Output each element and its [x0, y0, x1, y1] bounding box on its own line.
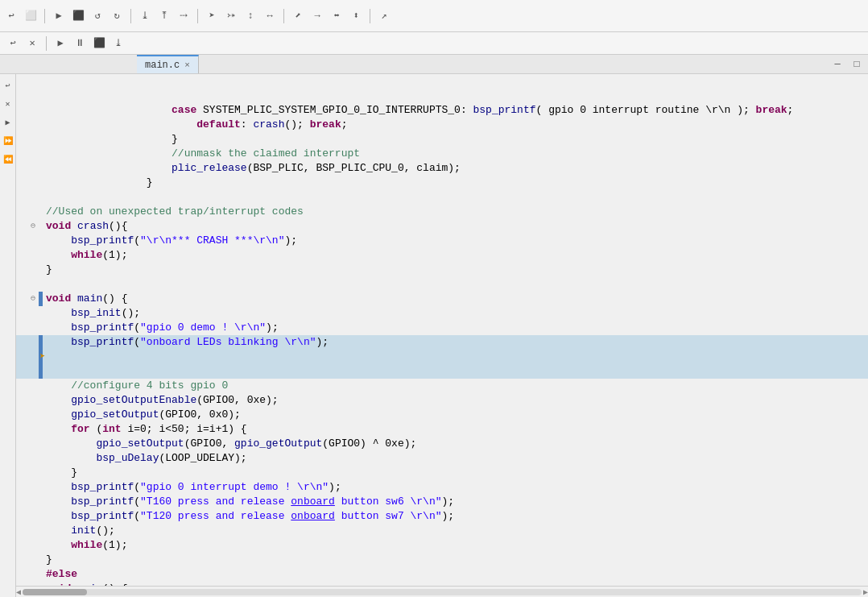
left-icon-4[interactable]: ⏩: [0, 133, 16, 149]
line-number: [16, 263, 27, 277]
horizontal-scrollbar[interactable]: ◀ ▶: [16, 586, 868, 597]
toolbar-icon-6[interactable]: ↻: [109, 8, 125, 24]
line-text: //configure 4 bits gpio 0: [43, 379, 868, 393]
toolbar-icon-13[interactable]: ↔: [262, 8, 278, 24]
fold-marker: [27, 451, 39, 466]
fold-marker: [27, 205, 39, 219]
left-sidebar-icons: ↩ ✕ ▶ ⏩ ⏪: [0, 74, 16, 597]
toolbar-sep-2: [130, 9, 131, 23]
toolbar-icon-12[interactable]: ↕: [242, 8, 258, 24]
second-toolbar-icon-1[interactable]: ↩: [5, 35, 21, 52]
line-number: [16, 553, 27, 567]
line-text: void main() {: [43, 582, 868, 586]
line-number: [16, 509, 27, 524]
toolbar-icon-7[interactable]: ⤓: [137, 8, 153, 24]
line-text: bsp_init();: [43, 306, 868, 321]
toolbar-icon-15[interactable]: →: [309, 8, 325, 24]
tab-close-button[interactable]: ×: [184, 60, 190, 70]
line-number: [16, 176, 27, 190]
left-icon-5[interactable]: ⏪: [0, 151, 16, 168]
toolbar-icon-4[interactable]: ⬛: [70, 8, 86, 24]
fold-marker: [27, 495, 39, 509]
main-toolbar: ↩ ⬜ ▶ ⬛ ↺ ↻ ⤓ ⤒ ⤏ ➤ ⤐ ↕ ↔ ⬈ → ⬌ ⬍ ↗: [0, 0, 868, 32]
minimize-icon[interactable]: —: [829, 56, 845, 73]
line-text: //unmask the claimed interrupt: [43, 147, 868, 161]
line-text: bsp_printf("T120 press and release onboa…: [43, 509, 868, 524]
line-number: [16, 422, 27, 437]
scrollbar-thumb[interactable]: [23, 589, 87, 595]
fold-marker: [27, 553, 39, 567]
toolbar-icon-9[interactable]: ⤏: [176, 8, 192, 24]
toolbar-icon-18[interactable]: ↗: [376, 8, 392, 24]
toolbar-icon-1[interactable]: ↩: [3, 8, 19, 24]
toolbar-icon-3[interactable]: ▶: [51, 8, 67, 24]
fold-marker: [27, 263, 39, 277]
line-text: init();: [43, 524, 868, 538]
line-text: bsp_uDelay(LOOP_UDELAY);: [43, 451, 868, 466]
table-row: [16, 190, 868, 205]
toolbar-icon-10[interactable]: ➤: [204, 8, 220, 24]
table-row: [16, 277, 868, 292]
toolbar-icon-14[interactable]: ⬈: [290, 8, 306, 24]
table-row: bsp_printf("T160 press and release onboa…: [16, 495, 868, 509]
toolbar-icon-2[interactable]: ⬜: [23, 8, 39, 24]
left-icon-2[interactable]: ✕: [0, 96, 16, 112]
line-number: [16, 248, 27, 263]
table-row: bsp_init();: [16, 306, 868, 321]
line-number: [16, 190, 27, 205]
line-text: }: [43, 466, 868, 480]
second-toolbar-sep-1: [46, 36, 47, 51]
line-text: gpio_setOutput(GPIO0, 0x0);: [43, 408, 868, 422]
line-text: case SYSTEM_PLIC_SYSTEM_GPIO_0_IO_INTERR…: [43, 103, 868, 118]
toolbar-sep-5: [370, 9, 370, 23]
scroll-left-arrow[interactable]: ◀: [16, 587, 21, 597]
fold-marker: [27, 393, 39, 408]
table-row: //unmask the claimed interrupt: [16, 147, 868, 161]
fold-marker: [27, 176, 39, 190]
fold-marker: [27, 437, 39, 451]
fold-marker: [27, 335, 39, 379]
second-toolbar-icon-2[interactable]: ✕: [24, 35, 40, 52]
line-text: void crash(){: [43, 219, 868, 234]
line-text: }: [43, 132, 868, 147]
toolbar-icon-5[interactable]: ↺: [89, 8, 105, 24]
table-row: gpio_setOutputEnable(GPIO0, 0xe);: [16, 393, 868, 408]
code-content[interactable]: case SYSTEM_PLIC_SYSTEM_GPIO_0_IO_INTERR…: [16, 74, 868, 586]
scrollbar-track[interactable]: [23, 589, 862, 595]
debug-stop-icon[interactable]: ⏸: [72, 35, 88, 52]
table-row: ⊖ void main() {: [16, 582, 868, 586]
toolbar-icon-16[interactable]: ⬌: [329, 8, 345, 24]
toolbar-icon-11[interactable]: ⤐: [223, 8, 239, 24]
table-row: //configure 4 bits gpio 0: [16, 379, 868, 393]
debug-run-icon[interactable]: ▶: [52, 35, 68, 52]
tab-filename: main.c: [145, 60, 180, 71]
debug-disconnect-icon[interactable]: ⤓: [110, 35, 126, 52]
line-text: }: [43, 263, 868, 277]
table-row: gpio_setOutput(GPIO0, 0x0);: [16, 408, 868, 422]
fold-marker: [27, 132, 39, 147]
left-icon-3[interactable]: ▶: [0, 114, 16, 131]
table-row: for (int i=0; i<50; i=i+1) {: [16, 422, 868, 437]
debug-terminate-icon[interactable]: ⬛: [91, 35, 107, 52]
left-icon-1[interactable]: ↩: [0, 77, 16, 93]
line-text: [43, 277, 868, 292]
line-text: bsp_printf("T160 press and release onboa…: [43, 495, 868, 509]
table-row: }: [16, 176, 868, 190]
scroll-right-arrow[interactable]: ▶: [863, 587, 868, 597]
line-number: [16, 408, 27, 422]
maximize-icon[interactable]: □: [849, 56, 865, 73]
line-text: void main() {: [43, 292, 868, 306]
table-row: bsp_uDelay(LOOP_UDELAY);: [16, 451, 868, 466]
table-row: //Used on unexpected trap/interrupt code…: [16, 205, 868, 219]
line-number: [16, 219, 27, 234]
line-number: [16, 437, 27, 451]
line-number: [16, 277, 27, 292]
table-row: }: [16, 263, 868, 277]
table-row: default: crash(); break;: [16, 118, 868, 132]
tab-main-c[interactable]: main.c ×: [137, 55, 199, 73]
line-number: [16, 306, 27, 321]
line-text: bsp_printf("gpio 0 interrupt demo ! \r\n…: [43, 480, 868, 495]
toolbar-icon-17[interactable]: ⬍: [348, 8, 364, 24]
line-number: [16, 567, 27, 582]
toolbar-icon-8[interactable]: ⤒: [156, 8, 172, 24]
